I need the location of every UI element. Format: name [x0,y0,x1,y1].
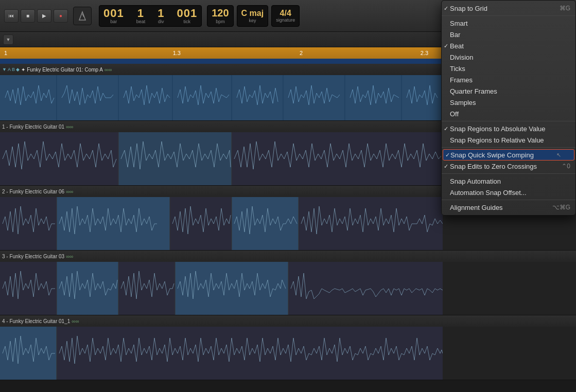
menu-item-samples[interactable]: Samples [442,97,575,108]
menu-item-snap-relative-label: Snap Regions to Relative Value [450,136,544,144]
menu-item-snap-to-grid-shortcut: ⌘G [560,5,570,12]
go-to-beginning-button[interactable]: ⏮ [4,9,19,23]
comp-track-controls: ▼ A B ◆ [2,67,20,72]
track-4-waveform [0,327,443,380]
tick-label: tick [184,19,191,24]
svg-rect-12 [345,75,402,120]
signature-label: signature [276,17,295,23]
track-4-header: 4 - Funky Electric Guitar 01_1 ∞∞ [0,315,576,327]
menu-item-snap-relative[interactable]: Snap Regions to Relative Value [442,134,575,146]
svg-rect-24 [232,132,443,185]
track-3-waveform [0,262,443,315]
cursor-icon: ↖ [556,152,561,158]
menu-item-snap-quick-swipe-label: Snap Quick Swipe Comping [450,151,534,159]
ruler-marker-1: 1 [4,50,7,56]
menu-item-frames[interactable]: Frames [442,74,575,85]
menu-item-beat-label: Beat [450,42,464,50]
menu-item-snap-edits-shortcut: ⌃0 [562,163,570,170]
menu-item-beat[interactable]: Beat [442,40,575,51]
ruler-marker-1-3: 1.3 [173,50,181,56]
bpm-label: bpm [216,19,225,24]
menu-separator-4 [442,173,575,174]
record-button[interactable]: ● [54,9,68,23]
menu-item-snap-absolute[interactable]: Snap Regions to Absolute Value [442,123,575,134]
track-4-name: 4 - Funky Electric Guitar 01_1 [2,318,70,324]
svg-rect-32 [299,197,443,250]
tick-display: 001 tick [177,8,198,24]
bar-label: bar [110,19,117,24]
time-signature-display[interactable]: 4/4 signature [271,5,300,27]
menu-item-ticks[interactable]: Ticks [442,63,575,74]
transport-controls: ⏮ ■ ▶ ● [4,9,68,23]
ruler-marker-2: 2 [300,50,303,56]
track-3: 3 - Funky Electric Guitar 03 ∞∞ [0,251,576,315]
track-3-header: 3 - Funky Electric Guitar 03 ∞∞ [0,251,576,262]
track-3-name: 3 - Funky Electric Guitar 03 [2,254,64,259]
div-label: div [158,19,164,24]
menu-item-snap-to-grid[interactable]: Snap to Grid ⌘G [442,3,575,14]
svg-rect-6 [0,75,57,120]
context-menu: Snap to Grid ⌘G Smart Bar Beat Division … [441,0,576,216]
menu-item-alignment-guides-shortcut: ⌥⌘G [552,204,570,211]
menu-item-snap-absolute-label: Snap Regions to Absolute Value [450,125,546,133]
svg-rect-23 [118,132,232,185]
menu-item-automation-offset[interactable]: Automation Snap Offset... [442,187,575,198]
ruler-marker-2-3: 2.3 [421,50,428,56]
svg-rect-22 [0,132,118,185]
menu-item-alignment-guides[interactable]: Alignment Guides ⌥⌘G [442,202,575,213]
menu-item-off[interactable]: Off [442,108,575,119]
track-1-waveform [0,132,443,185]
menu-separator-3 [442,147,575,148]
menu-item-snap-edits[interactable]: Snap Edits to Zero Crossings ⌃0 [442,161,575,172]
menu-item-snap-to-grid-label: Snap to Grid [450,5,487,12]
key-display[interactable]: C maj key [237,5,269,27]
svg-rect-31 [170,197,232,250]
track-2-name: 2 - Funky Electric Guitar 06 [2,189,64,194]
bar-display: 001 bar [103,8,124,24]
menu-item-alignment-guides-label: Alignment Guides [450,204,503,211]
bpm-value: 120 [212,7,229,19]
menu-item-bar[interactable]: Bar [442,29,575,40]
svg-rect-42 [288,262,443,315]
track-2-waveform [0,197,443,250]
menu-item-smart-label: Smart [450,20,468,27]
tick-value: 001 [177,8,198,19]
menu-item-snap-automation-label: Snap Automation [450,177,501,185]
svg-rect-29 [232,197,299,250]
div-value: 1 [158,8,164,19]
menu-separator-2 [442,121,575,121]
menu-item-quarter-frames-label: Quarter Frames [450,87,497,95]
stop-button[interactable]: ■ [21,9,35,23]
key-value: C maj [241,9,264,18]
track-3-loop-icon: ∞∞ [66,254,73,259]
comp-waveform [0,75,443,120]
menu-item-snap-quick-swipe[interactable]: Snap Quick Swipe Comping ↖ [443,149,574,161]
play-button[interactable]: ▶ [37,9,51,23]
menu-item-automation-offset-label: Automation Snap Offset... [450,189,527,197]
track-4-content [0,327,576,380]
comp-track-name: ✦ Funky Electric Guitar 01: Comp A [21,67,103,73]
svg-rect-9 [172,75,232,120]
menu-item-ticks-label: Ticks [450,65,465,73]
menu-item-quarter-frames[interactable]: Quarter Frames [442,85,575,97]
svg-marker-0 [79,12,85,20]
menu-separator-1 [442,15,575,16]
bar-value: 001 [103,8,124,19]
track-4: 4 - Funky Electric Guitar 01_1 ∞∞ [0,315,576,380]
menu-item-off-label: Off [450,110,459,118]
menu-item-snap-automation[interactable]: Snap Automation [442,175,575,187]
filter-button[interactable]: ▼ [3,34,13,45]
key-label: key [249,18,256,23]
menu-item-smart[interactable]: Smart [442,17,575,29]
metronome-icon[interactable] [73,7,92,25]
svg-rect-39 [57,262,118,315]
comp-track-loop-icon: ∞∞ [104,67,112,73]
menu-item-division[interactable]: Division [442,51,575,63]
beat-value: 1 [137,8,144,19]
menu-separator-5 [442,200,575,200]
track-4-loop-icon: ∞∞ [72,318,79,324]
menu-item-snap-edits-label: Snap Edits to Zero Crossings [450,163,537,170]
beat-label: beat [136,19,146,24]
bpm-display[interactable]: 120 bpm [207,5,233,27]
position-display[interactable]: 001 bar 1 beat 1 div 001 tick [99,5,202,27]
